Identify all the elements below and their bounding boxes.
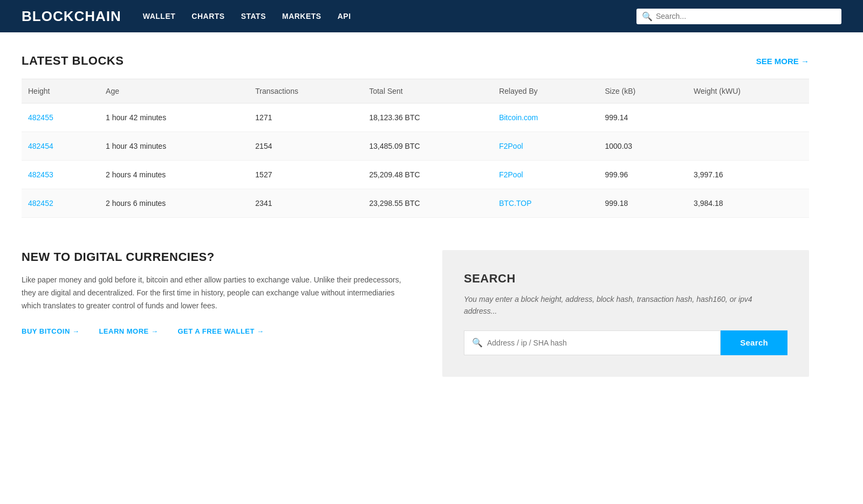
nav-markets[interactable]: MARKETS (282, 12, 321, 20)
cell-height[interactable]: 482452 (22, 189, 99, 218)
new-to-digital-title: NEW TO DIGITAL CURRENCIES? (22, 250, 410, 264)
block-height-link[interactable]: 482452 (28, 199, 53, 208)
learn-more-link[interactable]: LEARN MORE → (99, 327, 158, 335)
cell-total-sent: 13,485.09 BTC (362, 132, 492, 161)
search-description: You may enter a block height, address, b… (464, 293, 787, 317)
col-relayed-by: Relayed By (492, 79, 598, 103)
latest-blocks-header: LATEST BLOCKS SEE MORE → (22, 54, 809, 68)
header-search-input[interactable] (656, 12, 836, 20)
block-height-link[interactable]: 482455 (28, 113, 53, 122)
cell-transactions: 1271 (249, 103, 362, 132)
cell-height[interactable]: 482454 (22, 132, 99, 161)
col-size: Size (kB) (598, 79, 687, 103)
block-height-link[interactable]: 482454 (28, 142, 53, 150)
col-total-sent: Total Sent (362, 79, 492, 103)
cell-weight: 3,984.18 (687, 189, 809, 218)
new-to-digital-section: NEW TO DIGITAL CURRENCIES? Like paper mo… (22, 250, 442, 377)
cell-relayed-by[interactable]: F2Pool (492, 161, 598, 189)
cell-weight (687, 132, 809, 161)
brand-logo: BLOCKCHAIN (22, 8, 121, 25)
buy-bitcoin-link[interactable]: BUY BITCOIN → (22, 327, 79, 335)
search-input-row: 🔍 Search (464, 330, 787, 355)
cell-relayed-by[interactable]: BTC.TOP (492, 189, 598, 218)
header-search-icon: 🔍 (642, 11, 653, 22)
cell-relayed-by[interactable]: F2Pool (492, 132, 598, 161)
col-height: Height (22, 79, 99, 103)
cell-age: 1 hour 42 minutes (99, 103, 249, 132)
cell-size: 999.96 (598, 161, 687, 189)
cell-transactions: 2154 (249, 132, 362, 161)
table-row: 482453 2 hours 4 minutes 1527 25,209.48 … (22, 161, 809, 189)
latest-blocks-title: LATEST BLOCKS (22, 54, 124, 68)
table-row: 482452 2 hours 6 minutes 2341 23,298.55 … (22, 189, 809, 218)
col-transactions: Transactions (249, 79, 362, 103)
search-main-icon: 🔍 (472, 337, 483, 348)
search-button[interactable]: Search (721, 330, 787, 355)
table-header-row: Height Age Transactions Total Sent Relay… (22, 79, 809, 103)
cta-links: BUY BITCOIN → LEARN MORE → GET A FREE WA… (22, 327, 410, 335)
search-section: SEARCH You may enter a block height, add… (442, 250, 809, 377)
cell-weight: 3,997.16 (687, 161, 809, 189)
cell-size: 1000.03 (598, 132, 687, 161)
cell-age: 2 hours 6 minutes (99, 189, 249, 218)
search-section-title: SEARCH (464, 272, 787, 286)
cell-size: 999.14 (598, 103, 687, 132)
cell-size: 999.18 (598, 189, 687, 218)
cell-total-sent: 18,123.36 BTC (362, 103, 492, 132)
table-row: 482455 1 hour 42 minutes 1271 18,123.36 … (22, 103, 809, 132)
main-nav: WALLET CHARTS STATS MARKETS API (143, 12, 615, 20)
cell-age: 1 hour 43 minutes (99, 132, 249, 161)
bottom-section: NEW TO DIGITAL CURRENCIES? Like paper mo… (22, 250, 809, 377)
cell-total-sent: 25,209.48 BTC (362, 161, 492, 189)
blocks-table: Height Age Transactions Total Sent Relay… (22, 79, 809, 218)
table-row: 482454 1 hour 43 minutes 2154 13,485.09 … (22, 132, 809, 161)
nav-api[interactable]: API (338, 12, 351, 20)
nav-wallet[interactable]: WALLET (143, 12, 176, 20)
cell-transactions: 2341 (249, 189, 362, 218)
relayed-by-link[interactable]: F2Pool (499, 142, 523, 150)
cell-total-sent: 23,298.55 BTC (362, 189, 492, 218)
block-height-link[interactable]: 482453 (28, 170, 53, 179)
search-main-input[interactable] (487, 331, 713, 355)
header-search-bar: 🔍 (636, 9, 841, 24)
nav-stats[interactable]: STATS (241, 12, 266, 20)
cell-weight (687, 103, 809, 132)
relayed-by-link[interactable]: Bitcoin.com (499, 113, 538, 122)
relayed-by-link[interactable]: BTC.TOP (499, 199, 531, 208)
relayed-by-link[interactable]: F2Pool (499, 170, 523, 179)
new-to-digital-description: Like paper money and gold before it, bit… (22, 274, 410, 312)
search-input-wrapper: 🔍 (464, 330, 721, 355)
see-more-link[interactable]: SEE MORE → (756, 57, 809, 66)
cell-height[interactable]: 482455 (22, 103, 99, 132)
cell-transactions: 1527 (249, 161, 362, 189)
nav-charts[interactable]: CHARTS (191, 12, 224, 20)
cell-relayed-by[interactable]: Bitcoin.com (492, 103, 598, 132)
get-wallet-link[interactable]: GET A FREE WALLET → (177, 327, 264, 335)
col-age: Age (99, 79, 249, 103)
cell-height[interactable]: 482453 (22, 161, 99, 189)
cell-age: 2 hours 4 minutes (99, 161, 249, 189)
col-weight: Weight (kWU) (687, 79, 809, 103)
